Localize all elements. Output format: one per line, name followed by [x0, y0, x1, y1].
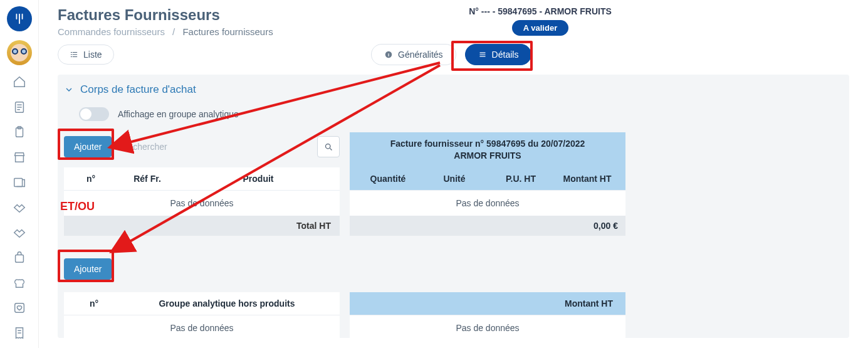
table1-right-total: 0,00 €: [350, 216, 625, 236]
doc-header: N° --- - 59847695 - ARMOR FRUITS A valid…: [427, 6, 653, 36]
col-groupe: Groupe analytique hors produits: [119, 298, 335, 308]
lines-icon: [478, 50, 487, 59]
table1-right-header: Quantité Unité P.U. HT Montant HT: [350, 167, 625, 191]
home-icon[interactable]: [11, 74, 28, 90]
right-header-line1: Facture fournisseur n° 59847695 du 20/07…: [353, 138, 622, 150]
sidebar: [0, 0, 39, 348]
col-qte: Quantité: [355, 174, 421, 184]
search-button[interactable]: [317, 136, 340, 157]
status-badge: A valider: [512, 20, 568, 36]
table2-left-header: n° Groupe analytique hors produits: [64, 292, 340, 315]
section-toggle[interactable]: Corps de facture d'achat: [64, 83, 843, 96]
svg-point-8: [325, 144, 330, 149]
breadcrumb-parent[interactable]: Commandes fournisseurs: [58, 26, 165, 37]
main-area: Factures Fournisseurs Commandes fourniss…: [39, 0, 868, 348]
total-label: Total HT: [296, 221, 331, 231]
chevron-down-icon: [64, 85, 74, 95]
ajouter-button-2[interactable]: Ajouter: [64, 258, 112, 280]
table1-left-header: n° Réf Fr. Produit: [64, 167, 340, 191]
chef-icon[interactable]: [11, 275, 28, 291]
breadcrumb-separator: /: [172, 26, 175, 37]
tab-details-label: Détails: [492, 50, 519, 60]
svg-rect-4: [15, 255, 23, 262]
table1-left-empty: Pas de données: [64, 191, 340, 216]
svg-rect-3: [14, 179, 22, 187]
list-icon: [70, 50, 78, 59]
handshake-icon[interactable]: [11, 199, 28, 216]
right-header-line2: ARMOR FRUITS: [353, 150, 622, 162]
breadcrumb-current: Factures fournisseurs: [182, 26, 273, 37]
user-avatar[interactable]: [7, 40, 32, 65]
news-icon[interactable]: [11, 174, 28, 191]
ajouter-button-1[interactable]: Ajouter: [64, 136, 112, 157]
table1-left-total: Total HT: [64, 216, 340, 236]
section-title: Corps de facture d'achat: [80, 83, 196, 96]
heart-box-icon[interactable]: [11, 300, 28, 316]
info-icon: i: [384, 50, 393, 59]
col-montant2: Montant HT: [355, 298, 620, 308]
handshake2-icon[interactable]: [11, 224, 28, 241]
table1-right-title: Facture fournisseur n° 59847695 du 20/07…: [350, 132, 625, 167]
tab-generalites[interactable]: i Généralités: [371, 44, 456, 65]
svg-text:i: i: [388, 52, 389, 58]
col-unite: Unité: [421, 174, 488, 184]
toolbar: Liste i Généralités Détails: [58, 45, 849, 65]
col-produit: Produit: [182, 174, 335, 184]
toggle-row: Affichage en groupe analytique: [79, 107, 843, 121]
table1-right-empty: Pas de données: [350, 191, 625, 216]
tab-details[interactable]: Détails: [465, 44, 532, 65]
col-num2: n°: [69, 298, 119, 308]
liste-button[interactable]: Liste: [58, 45, 114, 65]
receipt-icon[interactable]: [11, 325, 28, 341]
store-icon[interactable]: [11, 149, 28, 166]
app-logo[interactable]: [7, 6, 32, 31]
doc-reference: N° --- - 59847695 - ARMOR FRUITS: [427, 6, 653, 16]
clipboard-icon[interactable]: [11, 124, 28, 140]
bag-icon[interactable]: [11, 250, 28, 266]
total-value: 0,00 €: [593, 221, 618, 231]
liste-label: Liste: [83, 50, 102, 60]
annotation-etou: ET/OU: [60, 200, 95, 213]
content-panel: Corps de facture d'achat Affichage en gr…: [58, 75, 849, 338]
document-icon[interactable]: [11, 99, 28, 115]
toggle-label: Affichage en groupe analytique: [118, 109, 239, 119]
svg-rect-5: [14, 303, 24, 313]
table2-left-empty: Pas de données: [64, 315, 340, 338]
search-icon: [324, 142, 333, 152]
col-ref: Réf Fr.: [113, 174, 182, 184]
col-pu: P.U. HT: [488, 174, 554, 184]
table2-right-header: Montant HT: [350, 292, 625, 315]
col-montant: Montant HT: [554, 174, 620, 184]
table2-right-empty: Pas de données: [350, 315, 625, 338]
tab-generalites-label: Généralités: [398, 50, 443, 60]
col-num: n°: [69, 174, 113, 184]
search-input[interactable]: [118, 137, 311, 157]
analytic-toggle[interactable]: [79, 107, 109, 121]
